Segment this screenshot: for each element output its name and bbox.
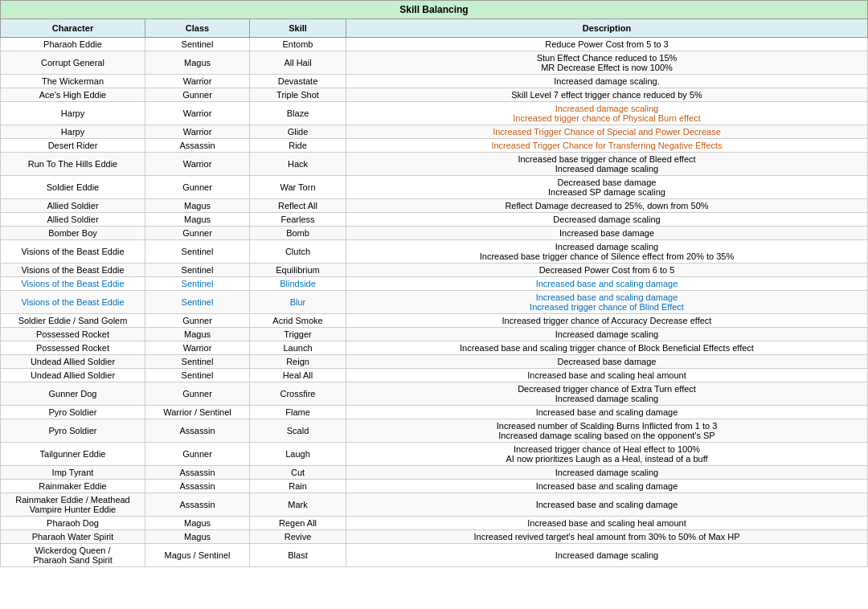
cell-description: Increased revived target's heal amount f… (346, 530, 868, 544)
table-row: Rainmaker Eddie / MeatheadVampire Hunter… (1, 493, 868, 517)
cell-skill: Crossfire (250, 382, 346, 406)
cell-description: Increased base and scaling damage (346, 277, 868, 291)
cell-description: Skill Level 7 effect trigger chance redu… (346, 88, 868, 102)
cell-description: Increased number of Scalding Burns Infli… (346, 419, 868, 443)
cell-character: Soldier Eddie (1, 176, 145, 199)
table-row: Gunner Dog Gunner Crossfire Decreased tr… (1, 382, 868, 406)
cell-skill: War Torn (250, 176, 346, 199)
cell-class: Assassin (145, 493, 250, 517)
cell-class: Assassin (145, 139, 250, 153)
table-row: Allied Soldier Magus Fearless Decreased … (1, 213, 868, 227)
cell-class: Warrior (145, 125, 250, 139)
cell-character: Visions of the Beast Eddie (1, 240, 145, 264)
cell-description: Increased damage scaling (346, 328, 868, 341)
table-row: Harpy Warrior Glide Increased Trigger Ch… (1, 125, 868, 139)
cell-class: Magus (145, 517, 250, 530)
cell-description: Increased damage scalingIncreased trigge… (346, 102, 868, 125)
cell-class: Gunner (145, 227, 250, 240)
cell-description: Increased base and scaling damage (346, 493, 868, 517)
table-row: Pyro Soldier Assassin Scald Increased nu… (1, 419, 868, 443)
cell-skill: Blindside (250, 277, 346, 291)
cell-skill: Laugh (250, 443, 346, 466)
cell-class: Gunner (145, 314, 250, 328)
cell-class: Sentinel (145, 369, 250, 382)
table-row: Soldier Eddie / Sand Golem Gunner Acrid … (1, 314, 868, 328)
cell-description: Increased Trigger Chance for Transferrin… (346, 139, 868, 153)
cell-skill: Fearless (250, 213, 346, 227)
cell-character: Allied Soldier (1, 199, 145, 213)
cell-description: Decreased damage scaling (346, 213, 868, 227)
skill-balancing-container: Skill Balancing Character Class Skill De… (0, 0, 868, 567)
cell-class: Warrior (145, 75, 250, 88)
cell-description: Reduce Power Cost from 5 to 3 (346, 38, 868, 51)
cell-skill: Reflect All (250, 199, 346, 213)
cell-skill: Rain (250, 480, 346, 493)
cell-character: Undead Allied Soldier (1, 355, 145, 369)
table-row: Pyro Soldier Warrior / Sentinel Flame In… (1, 406, 868, 419)
table-row: Run To The Hills Eddie Warrior Hack Incr… (1, 153, 868, 176)
table-row: Allied Soldier Magus Reflect All Reflect… (1, 199, 868, 213)
table-row: Possessed Rocket Warrior Launch Increase… (1, 341, 868, 355)
cell-skill: Glide (250, 125, 346, 139)
table-row: Undead Allied Soldier Sentinel Reign Dec… (1, 355, 868, 369)
cell-description: Increased damage scaling. (346, 75, 868, 88)
table-row: Pharaoh Dog Magus Regen All Increased ba… (1, 517, 868, 530)
cell-class: Assassin (145, 480, 250, 493)
cell-character: Pyro Soldier (1, 419, 145, 443)
table-row: Ace's High Eddie Gunner Triple Shot Skil… (1, 88, 868, 102)
cell-class: Gunner (145, 176, 250, 199)
cell-class: Magus (145, 213, 250, 227)
cell-description: Stun Effect Chance reduced to 15%MR Decr… (346, 51, 868, 75)
cell-skill: Blaze (250, 102, 346, 125)
header-skill: Skill (250, 19, 346, 38)
cell-description: Increased damage scalingIncreased base t… (346, 240, 868, 264)
cell-skill: Clutch (250, 240, 346, 264)
cell-description: Increased base damage (346, 227, 868, 240)
table-row: Pharaoh Water Spirit Magus Revive Increa… (1, 530, 868, 544)
table-row: Bomber Boy Gunner Bomb Increased base da… (1, 227, 868, 240)
cell-class: Magus (145, 51, 250, 75)
cell-class: Sentinel (145, 264, 250, 277)
cell-skill: Ride (250, 139, 346, 153)
cell-description: Increased damage scaling (346, 466, 868, 480)
cell-character: Visions of the Beast Eddie (1, 277, 145, 291)
table-row: Harpy Warrior Blaze Increased damage sca… (1, 102, 868, 125)
cell-class: Assassin (145, 466, 250, 480)
cell-character: Corrupt General (1, 51, 145, 75)
cell-skill: Equilibrium (250, 264, 346, 277)
table-row: Possessed Rocket Magus Trigger Increased… (1, 328, 868, 341)
cell-character: Pyro Soldier (1, 406, 145, 419)
cell-description: Increased base and scaling heal amount (346, 517, 868, 530)
cell-class: Warrior / Sentinel (145, 406, 250, 419)
cell-class: Gunner (145, 88, 250, 102)
cell-character: Ace's High Eddie (1, 88, 145, 102)
cell-character: Desert Rider (1, 139, 145, 153)
header-character: Character (1, 19, 145, 38)
cell-character: Tailgunner Eddie (1, 443, 145, 466)
cell-character: Harpy (1, 125, 145, 139)
table-row: Visions of the Beast Eddie Sentinel Blin… (1, 277, 868, 291)
cell-class: Assassin (145, 419, 250, 443)
cell-description: Reflect Damage decreased to 25%, down fr… (346, 199, 868, 213)
table-row: Visions of the Beast Eddie Sentinel Equi… (1, 264, 868, 277)
cell-character: Possessed Rocket (1, 341, 145, 355)
cell-class: Magus / Sentinel (145, 544, 250, 567)
table-row: Soldier Eddie Gunner War Torn Decreased … (1, 176, 868, 199)
table-row: Corrupt General Magus All Hail Stun Effe… (1, 51, 868, 75)
cell-character: Harpy (1, 102, 145, 125)
cell-character: Pharaoh Dog (1, 517, 145, 530)
cell-character: Bomber Boy (1, 227, 145, 240)
cell-character: Allied Soldier (1, 213, 145, 227)
cell-description: Decreased base damageIncreased SP damage… (346, 176, 868, 199)
header-row: Character Class Skill Description (1, 19, 868, 38)
cell-skill: Blur (250, 291, 346, 314)
cell-skill: Scald (250, 419, 346, 443)
cell-character: Rainmaker Eddie (1, 480, 145, 493)
cell-skill: Cut (250, 466, 346, 480)
cell-character: Pharaoh Eddie (1, 38, 145, 51)
cell-class: Sentinel (145, 291, 250, 314)
cell-class: Warrior (145, 153, 250, 176)
cell-class: Sentinel (145, 38, 250, 51)
table-row: Tailgunner Eddie Gunner Laugh Increased … (1, 443, 868, 466)
table-title: Skill Balancing (1, 1, 868, 19)
